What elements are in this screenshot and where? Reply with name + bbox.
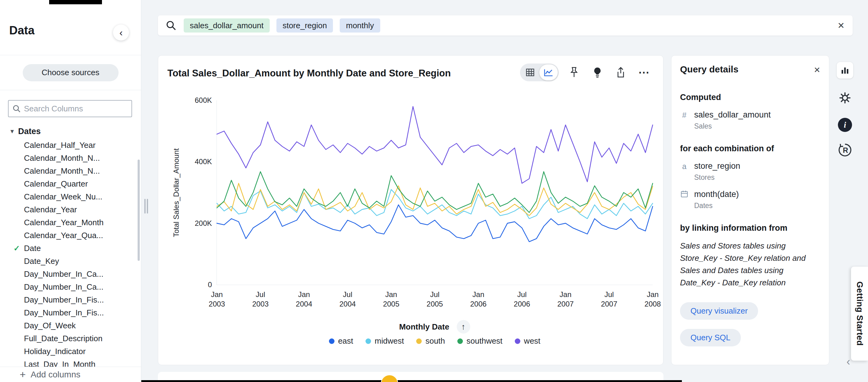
search-token[interactable]: sales_dollar_amount — [184, 19, 270, 33]
search-icon — [166, 20, 176, 31]
chart-settings-button[interactable] — [837, 62, 853, 78]
share-button[interactable] — [613, 64, 629, 80]
legend-item-east[interactable]: east — [329, 336, 353, 346]
column-item[interactable]: Holiday_Indicator — [0, 345, 141, 358]
column-item[interactable]: Calendar_Month_N... — [0, 165, 141, 177]
screen-artifact-top — [49, 0, 102, 4]
combination-field-source: Dates — [694, 202, 739, 210]
column-item[interactable]: Day_Number_In_Fis... — [0, 306, 141, 319]
x-axis-title: Monthly Date — [399, 322, 449, 332]
combination-row[interactable]: a store_region Stores — [680, 162, 820, 182]
legend-item-west[interactable]: west — [515, 336, 540, 346]
table-icon — [526, 68, 535, 77]
r-analysis-button[interactable]: R — [838, 143, 852, 157]
x-tick-label: Jul2005 — [427, 290, 443, 309]
legend-item-southwest[interactable]: southwest — [457, 336, 502, 346]
legend-item-south[interactable]: south — [416, 336, 445, 346]
column-item[interactable]: Day_Of_Week — [0, 319, 141, 332]
column-item[interactable]: Date_Key — [0, 255, 141, 268]
column-item[interactable]: Day_Number_In_Fis... — [0, 293, 141, 306]
plot-area[interactable]: 0200K400K600K Jan2003Jul2003Jan2004Jul20… — [217, 100, 653, 285]
column-item[interactable]: Day_Number_In_Ca... — [0, 280, 141, 293]
query-visualizer-button[interactable]: Query visualizer — [680, 302, 758, 320]
x-axis-row: Monthly Date ↑ — [217, 320, 653, 334]
getting-started-label: Getting Started — [855, 281, 865, 346]
data-panel-header: Data ‹ — [0, 0, 141, 55]
add-columns-row[interactable]: + Add columns — [0, 367, 141, 382]
svg-text:R: R — [843, 146, 848, 154]
x-tick-label: Jan2007 — [557, 290, 574, 309]
query-details-title: Query details — [680, 64, 738, 75]
column-item-label: Calendar_Year_Month — [24, 218, 103, 227]
column-item-label: Day_Number_In_Ca... — [24, 269, 103, 279]
answer-card: Total Sales_Dollar_Amount by Monthly Dat… — [158, 55, 663, 365]
insights-button[interactable] — [589, 64, 606, 80]
search-token[interactable]: monthly — [340, 19, 380, 33]
linking-label: by linking information from — [680, 223, 820, 233]
x-tick-label: Jul2003 — [252, 290, 269, 309]
column-item[interactable]: Calendar_Year_Month — [0, 216, 141, 229]
legend-dot — [416, 339, 422, 344]
combination-field-name[interactable]: month(date) — [694, 189, 739, 199]
column-group-dates[interactable]: ▾ Dates — [0, 125, 141, 138]
legend-item-midwest[interactable]: midwest — [366, 336, 404, 346]
collapse-panel-button[interactable]: ‹ — [113, 25, 129, 40]
column-item[interactable]: Calendar_Month_N... — [0, 151, 141, 165]
pin-button[interactable] — [566, 64, 582, 80]
column-item[interactable]: Calendar_Year_Qua... — [0, 229, 141, 242]
column-search-input[interactable] — [24, 104, 122, 113]
add-columns-button[interactable]: Add columns — [31, 370, 81, 380]
column-item[interactable]: Calendar_Quarter — [0, 177, 141, 190]
sidebar-scrollbar[interactable] — [137, 160, 140, 261]
column-item-label: Calendar_Quarter — [24, 179, 88, 188]
computed-field-name[interactable]: sales_dollar_amount — [694, 110, 771, 120]
info-button[interactable]: i — [838, 118, 852, 132]
column-item-label: Calendar_Year — [24, 205, 77, 214]
computed-label: Computed — [680, 93, 820, 102]
clear-search-button[interactable]: ✕ — [838, 21, 845, 31]
plus-icon: + — [20, 369, 26, 380]
column-group-label: Dates — [18, 127, 41, 136]
y-tick-label: 200K — [195, 219, 212, 228]
column-item[interactable]: Full_Date_Description — [0, 332, 141, 345]
y-tick-label: 600K — [195, 96, 212, 105]
line-chart — [217, 100, 653, 285]
settings-button[interactable] — [838, 91, 852, 105]
more-options-button[interactable]: ⋯ — [636, 64, 652, 80]
close-icon[interactable]: ✕ — [814, 65, 820, 75]
chart-legend: eastmidwestsouthsouthwestwest — [217, 336, 653, 346]
column-item[interactable]: Calendar_Half_Year — [0, 139, 141, 151]
panel-resize-handle[interactable] — [144, 198, 150, 214]
column-item-label: Calendar_Week_Nu... — [24, 192, 102, 201]
column-item[interactable]: Day_Number_In_Ca... — [0, 268, 141, 280]
collapse-rail-icon[interactable]: ‹ — [846, 355, 850, 368]
column-item[interactable]: Calendar_Week_Nu... — [0, 190, 141, 203]
legend-label: west — [524, 336, 540, 346]
computed-row[interactable]: # sales_dollar_amount Sales — [680, 110, 820, 130]
getting-started-tab[interactable]: Getting Started — [851, 266, 868, 361]
x-tick-label: Jul2006 — [514, 290, 530, 309]
search-icon — [12, 104, 21, 113]
series-line-southwest — [217, 172, 653, 212]
lightbulb-icon — [592, 67, 602, 78]
combination-row[interactable]: month(date) Dates — [680, 189, 820, 210]
legend-label: east — [338, 336, 353, 346]
search-token[interactable]: store_region — [276, 19, 333, 33]
table-view-button[interactable] — [521, 64, 539, 80]
chart-title: Total Sales_Dollar_Amount by Monthly Dat… — [167, 68, 451, 79]
chart-view-button[interactable] — [539, 64, 558, 80]
combination-field-source: Stores — [694, 173, 740, 182]
column-item-label: Day_Number_In_Ca... — [24, 282, 103, 291]
query-sql-button[interactable]: Query SQL — [680, 329, 741, 346]
combination-field-name[interactable]: store_region — [694, 162, 740, 171]
choose-sources-button[interactable]: Choose sources — [23, 64, 119, 81]
answer-toolbar: ⋯ — [520, 64, 652, 81]
search-bar[interactable]: sales_dollar_amountstore_regionmonthly ✕ — [158, 15, 852, 36]
legend-dot — [457, 339, 463, 344]
computed-field-source: Sales — [694, 122, 771, 130]
sort-ascending-button[interactable]: ↑ — [457, 320, 470, 334]
column-item[interactable]: ✓Date — [0, 242, 141, 255]
column-item[interactable]: Calendar_Year — [0, 203, 141, 216]
x-tick-label: Jan2008 — [644, 290, 661, 309]
column-search[interactable] — [8, 100, 132, 117]
